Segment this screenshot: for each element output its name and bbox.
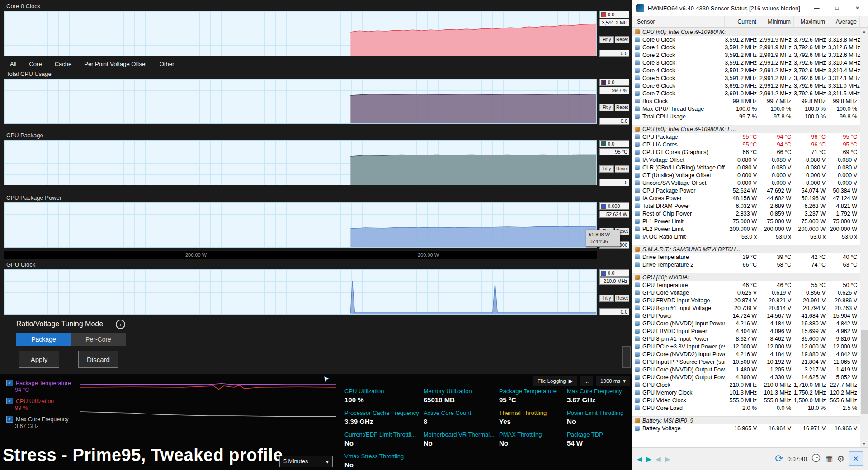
graph-plot[interactable] [4, 140, 597, 185]
graph-ymin-input[interactable]: 0 [599, 179, 629, 186]
fit-y-button[interactable]: Fit y [599, 104, 614, 111]
sensor-row[interactable]: GPU Core (NVVDD) Output Power1.480 W1.20… [632, 366, 860, 373]
graph-ymin-input[interactable]: 0.0 [599, 118, 629, 125]
file-logging-button[interactable]: File Logging ▶ [533, 376, 577, 386]
sensor-row[interactable]: PL2 Power Limit200.000 W200.000 W200.000… [632, 225, 860, 233]
fit-y-button[interactable]: Fit y [599, 165, 614, 173]
reset-values-icon[interactable]: ⟳ [775, 454, 783, 464]
close-button[interactable]: ✕ [847, 1, 868, 16]
nav-back-alt-icon[interactable]: ◀ [656, 456, 661, 462]
sensor-row[interactable]: GPU FBVDD Input Power4.404 W4.096 W15.69… [632, 327, 860, 335]
reset-button[interactable]: Reset [615, 165, 629, 173]
sensor-row[interactable]: GPU 8-pin #1 Input Voltage20.739 V20.614… [632, 304, 860, 312]
reset-button[interactable]: Reset [615, 295, 629, 302]
fit-y-button[interactable]: Fit y [599, 36, 614, 43]
graph-ymax-input[interactable]: 0.000 [599, 202, 629, 210]
tab-per-core[interactable]: Per-Core [71, 333, 126, 346]
reset-button[interactable]: Reset [615, 104, 629, 111]
scroll-down-icon[interactable]: ▼ [860, 440, 868, 447]
sensor-row[interactable]: IA OC Ratio Limit53.0 x53.0 x53.0 x53.0 … [632, 233, 860, 240]
column-header-current[interactable]: Current [725, 16, 760, 27]
sensor-row[interactable]: IA Voltage Offset-0.080 V-0.080 V-0.080 … [632, 156, 860, 164]
maximize-button[interactable]: □ [827, 1, 847, 16]
hwinfo-titlebar[interactable]: HWiNFO64 v6.40-4330 Sensor Status [216 v… [632, 0, 868, 16]
sensor-row[interactable]: Bus Clock99.8 MHz99.7 MHz99.8 MHz99.8 MH… [632, 97, 860, 105]
monitor-graph[interactable] [80, 378, 336, 446]
graph-plot[interactable] [4, 269, 597, 315]
sensor-row[interactable]: GPU Core (NVVDD2) Input Power (s...4.216… [632, 350, 860, 358]
sensor-row[interactable]: Core 4 Clock3,591.2 MHz2,991.2 MHz3,792.… [632, 66, 860, 74]
scrollbar-thumb[interactable] [861, 330, 868, 414]
menu-item-per-point-voltage-offset[interactable]: Per Point Voltage Offset [84, 61, 147, 67]
sensor-row[interactable]: Max CPU/Thread Usage100.0 %100.0 %100.0 … [632, 105, 860, 113]
sensor-row[interactable]: Core 2 Clock3,591.2 MHz2,991.9 MHz3,792.… [632, 51, 860, 59]
sensor-group-header[interactable]: GPU [#0]: NVIDIA: [632, 273, 860, 281]
sensor-row[interactable]: GPU Video Clock555.0 MHz555.0 MHz1,500.0… [632, 396, 860, 404]
nav-back-icon[interactable]: ◀ [637, 456, 642, 462]
sensor-row[interactable]: Rest-of-Chip Power2.833 W0.859 W3.237 W1… [632, 210, 860, 217]
sensor-row[interactable]: Core 0 Clock3,591.2 MHz2,991.9 MHz3,792.… [632, 36, 860, 43]
graph-ymax-input[interactable]: 0.0 [599, 140, 629, 147]
graph-plot[interactable] [4, 202, 597, 248]
clipped-button[interactable] [622, 346, 631, 368]
sensor-row[interactable]: CPU Package Power52.624 W47.692 W54.074 … [632, 187, 860, 194]
legend-checkbox[interactable]: ✓ [6, 380, 13, 386]
sensor-row[interactable]: CPU GT Cores (Graphics)66 °C66 °C71 °C69… [632, 148, 860, 156]
sensor-row[interactable]: GPU Power14.724 W14.567 W41.684 W15.904 … [632, 312, 860, 320]
column-header-average[interactable]: Average [828, 16, 860, 27]
sensor-row[interactable]: Uncore/SA Voltage Offset0.000 V0.000 V0.… [632, 179, 860, 187]
sensor-row[interactable]: Total CPU Usage99.7 %97.8 %100.0 %99.8 % [632, 113, 860, 120]
sensor-row[interactable]: Drive Temperature 266 °C58 °C74 °C63 °C [632, 261, 860, 268]
fit-y-button[interactable]: Fit y [599, 295, 614, 302]
sensor-row[interactable]: GPU Clock210.0 MHz210.0 MHz1,710.0 MHz22… [632, 381, 860, 389]
sensor-row[interactable]: PL1 Power Limit75.000 W75.000 W75.000 W7… [632, 217, 860, 225]
sensor-row[interactable]: IA Cores Power48.156 W44.602 W50.196 W47… [632, 194, 860, 202]
menu-item-other[interactable]: Other [160, 61, 175, 67]
sensor-row[interactable]: GPU Core (NVVDD) Input Power (sum)4.216 … [632, 320, 860, 327]
sensor-group-header[interactable]: S.M.A.R.T.: SAMSUNG MZVLB2T0H... [632, 245, 860, 253]
sensor-row[interactable]: GPU Input PP Source Power (sum)10.508 W1… [632, 358, 860, 366]
minimize-button[interactable]: — [807, 1, 827, 16]
sensor-row[interactable]: CPU IA Cores95 °C94 °C96 °C95 °C [632, 141, 860, 148]
graph-ymin-input[interactable]: 0.0 [599, 308, 629, 315]
more-options-button[interactable]: ... [580, 376, 594, 386]
poll-interval-select[interactable]: 1000 ms ▾ [596, 376, 630, 386]
menu-item-cache[interactable]: Cache [55, 61, 72, 67]
sensor-row[interactable]: Total DRAM Power6.032 W2.689 W6.263 W4.8… [632, 202, 860, 210]
sensor-row[interactable]: GPU Core Voltage0.625 V0.619 V0.856 V0.6… [632, 289, 860, 296]
menu-item-all[interactable]: All [10, 61, 16, 67]
legend-checkbox[interactable]: ✓ [6, 416, 13, 423]
sensor-row[interactable]: Core 7 Clock3,691.0 MHz2,991.2 MHz3,792.… [632, 89, 860, 97]
close-sensors-button[interactable]: ✕ [849, 451, 863, 466]
graph-ymin-input[interactable]: 0.0 [599, 50, 629, 57]
sensor-row[interactable]: GPU Memory Clock101.3 MHz101.3 MHz1,750.… [632, 389, 860, 396]
settings-gear-icon[interactable]: ⚙ [837, 455, 844, 463]
sensor-row[interactable]: GPU PCIe +3.3V Input Power (est)12.000 W… [632, 343, 860, 350]
nav-forward-alt-icon[interactable]: ▶ [665, 456, 670, 462]
sensor-group-header[interactable]: Battery: MSI BIF0_9 [632, 416, 860, 424]
layout-columns-icon[interactable]: ▦ [825, 455, 833, 463]
sensor-row[interactable]: Core 3 Clock3,591.2 MHz2,991.2 MHz3,792.… [632, 59, 860, 66]
sensor-row[interactable]: Core 5 Clock3,591.2 MHz2,991.2 MHz3,792.… [632, 74, 860, 82]
vertical-scrollbar[interactable]: ▲ ▼ [860, 28, 868, 447]
legend-checkbox[interactable]: ✓ [6, 398, 13, 404]
graph-ymax-input[interactable]: 0.0 [599, 269, 629, 277]
reset-button[interactable]: Reset [615, 36, 629, 43]
graph-plot[interactable] [4, 79, 597, 124]
sensor-row[interactable]: CLR (CBo/LLC/Ring) Voltage Offset-0.080 … [632, 164, 860, 171]
graph-ymax-input[interactable]: 0.0 [599, 11, 629, 18]
graph-ymax-input[interactable]: 0.0 [599, 79, 629, 86]
sensor-row[interactable]: GT (Unslice) Voltage Offset0.000 V0.000 … [632, 171, 860, 179]
column-header-minimum[interactable]: Minimum [760, 16, 794, 27]
sensor-row[interactable]: GPU Core Load2.0 %0.0 %18.0 %2.5 % [632, 404, 860, 412]
info-icon[interactable]: i [116, 320, 125, 329]
menu-item-core[interactable]: Core [29, 61, 42, 67]
apply-button[interactable]: Apply [19, 351, 59, 368]
nav-forward-icon[interactable]: ▶ [646, 456, 652, 462]
scroll-up-icon[interactable]: ▲ [860, 28, 868, 35]
sensor-row[interactable]: GPU Core (NVVDD) Output Power4.390 W4.33… [632, 373, 860, 381]
sensor-row[interactable]: GPU FBVDD Input Voltage20.874 V20.821 V2… [632, 296, 860, 304]
sensor-row[interactable]: Core 6 Clock3,691.0 MHz2,991.2 MHz3,792.… [632, 82, 860, 89]
sensor-group-header[interactable]: CPU [#0]: Intel Core i9-10980HK: E... [632, 125, 860, 133]
column-header-sensor[interactable]: Sensor [632, 16, 725, 27]
